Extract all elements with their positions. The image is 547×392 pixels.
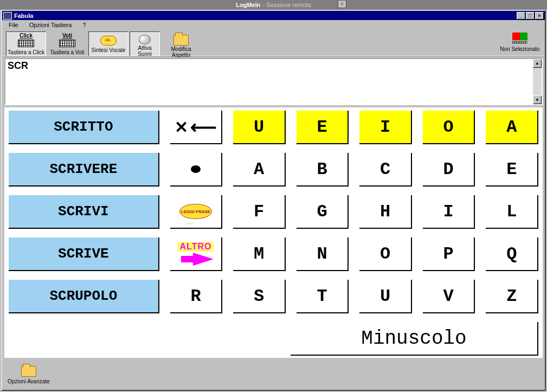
advanced-label: Opzioni Avanzate [8, 378, 50, 384]
key-button[interactable]: T [297, 280, 349, 313]
keyboard-icon [59, 40, 75, 47]
selection-bar-icon [512, 41, 527, 44]
attiva-suoni-button[interactable]: Attiva Suoni [130, 31, 160, 56]
altro-label: ALTRO [178, 242, 214, 252]
word-suggestion[interactable]: SCRITTO [9, 111, 159, 144]
word-suggestion[interactable]: SCRIVI [9, 195, 159, 229]
menu-help[interactable]: ? [79, 21, 89, 29]
suoni-label: Attiva Suoni [131, 45, 158, 57]
arrow-right-icon [193, 253, 214, 266]
key-button[interactable]: O [423, 111, 475, 144]
remote-close-button[interactable]: × [338, 0, 346, 8]
tastiera-click-button[interactable]: Click Tastiera a Click [6, 31, 46, 56]
selection-indicator: Non Selezionato [498, 31, 542, 56]
selection-lamp-icon [512, 33, 527, 40]
key-button[interactable]: R [170, 280, 223, 313]
key-button[interactable]: E [297, 111, 349, 144]
text-scrollbar[interactable]: ▲ ▼ [533, 59, 542, 104]
menu-options[interactable]: Opzioni Tastiera [26, 21, 75, 29]
advanced-options-button[interactable]: Opzioni Avanzate [7, 365, 51, 385]
keyboard-row: SCRIVI LEGGI FRASE F G H I L [7, 195, 540, 229]
case-toggle-button[interactable]: Minuscolo [291, 322, 538, 356]
nonsel-label: Non Selezionato [500, 46, 539, 52]
click-label: Tastiera a Click [8, 49, 44, 55]
tools-folder-icon [21, 366, 36, 377]
maximize-button[interactable]: □ [526, 12, 535, 20]
text-output[interactable] [5, 59, 533, 104]
remote-session-sub: - Sessione remota [262, 2, 311, 8]
bottom-bar: Opzioni Avanzate [2, 360, 545, 390]
period-button[interactable] [170, 153, 223, 187]
key-button[interactable]: E [486, 153, 538, 187]
key-button[interactable]: F [233, 195, 286, 229]
key-button[interactable]: G [297, 195, 349, 229]
word-suggestion[interactable]: SCRIVERE [9, 153, 159, 187]
modifica-aspetto-button[interactable]: Modifica Aspetto [161, 31, 201, 56]
voti-top-label: Voti [62, 33, 72, 38]
scroll-down-button[interactable]: ▼ [533, 95, 542, 104]
scroll-up-button[interactable]: ▲ [533, 59, 542, 68]
tastiera-voti-button[interactable]: Voti Tastiera a Voti [47, 31, 87, 56]
titlebar: Fabula _ □ × [2, 11, 545, 20]
sintesi-vocale-button[interactable]: AB.. Sintesi Vocale [88, 31, 128, 56]
click-top-label: Click [20, 33, 33, 38]
speech-bubble-icon: LEGGI FRASE [179, 204, 212, 219]
key-button[interactable]: C [359, 153, 412, 187]
dot-icon [191, 165, 201, 173]
remote-app-name: LogMeIn [236, 2, 260, 8]
key-button[interactable]: V [423, 280, 475, 313]
key-button[interactable]: A [486, 111, 538, 144]
key-button[interactable]: Q [486, 237, 538, 271]
keyboard-row: SCRITTO ✕ ⟵ U E I O A [7, 111, 540, 144]
word-suggestion[interactable]: SCRIVE [9, 237, 159, 271]
key-button[interactable]: U [233, 111, 286, 144]
key-button[interactable]: H [359, 195, 412, 229]
minimize-button[interactable]: _ [517, 12, 525, 20]
key-button[interactable]: O [359, 237, 412, 271]
key-button[interactable]: U [359, 280, 412, 313]
key-button[interactable]: B [297, 153, 349, 187]
app-icon [3, 12, 12, 20]
key-button[interactable]: I [359, 111, 412, 144]
altro-button[interactable]: ALTRO [170, 237, 223, 271]
keyboard-row: SCRIVERE A B C D E [7, 153, 540, 187]
key-button[interactable]: Z [486, 280, 538, 313]
key-button[interactable]: M [233, 237, 286, 271]
case-row: Minuscolo [7, 322, 540, 356]
speech-bubble-icon: AB.. [100, 36, 117, 46]
speaker-icon [139, 35, 151, 44]
keyboard-row: SCRUPOLO R S T U V Z [7, 280, 540, 313]
app-window: Fabula _ □ × File Opzioni Tastiera ? Cli… [1, 10, 546, 391]
scroll-track[interactable] [533, 68, 542, 95]
text-output-wrap: ▲ ▼ [4, 58, 543, 105]
keyboard-row: SCRIVE ALTRO M N O P Q [7, 237, 540, 271]
key-button[interactable]: P [423, 237, 475, 271]
delete-x-icon: ✕ [175, 118, 188, 137]
keyboard-area: SCRITTO ✕ ⟵ U E I O A SCRIVERE A B C D E [4, 107, 543, 358]
voti-label: Tastiera a Voti [50, 49, 85, 55]
menubar: File Opzioni Tastiera ? [2, 20, 545, 29]
menu-file[interactable]: File [5, 21, 22, 29]
key-button[interactable]: I [423, 195, 475, 229]
window-title: Fabula [14, 12, 33, 19]
word-suggestion[interactable]: SCRUPOLO [9, 280, 159, 313]
key-button[interactable]: A [233, 153, 286, 187]
key-button[interactable]: L [486, 195, 538, 229]
remote-session-titlebar: LogMeIn - Sessione remota × [0, 0, 547, 10]
keyboard-icon [18, 40, 34, 47]
key-button[interactable]: D [423, 153, 475, 187]
backspace-button[interactable]: ✕ ⟵ [170, 111, 223, 144]
read-phrase-button[interactable]: LEGGI FRASE [170, 195, 223, 229]
close-button[interactable]: × [535, 12, 544, 20]
key-button[interactable]: S [233, 280, 286, 313]
toolbar: Click Tastiera a Click Voti Tastiera a V… [2, 30, 545, 57]
aspetto-label: Modifica Aspetto [163, 46, 200, 58]
sintesi-label: Sintesi Vocale [92, 47, 126, 53]
key-button[interactable]: N [297, 237, 349, 271]
tools-folder-icon [173, 35, 189, 46]
